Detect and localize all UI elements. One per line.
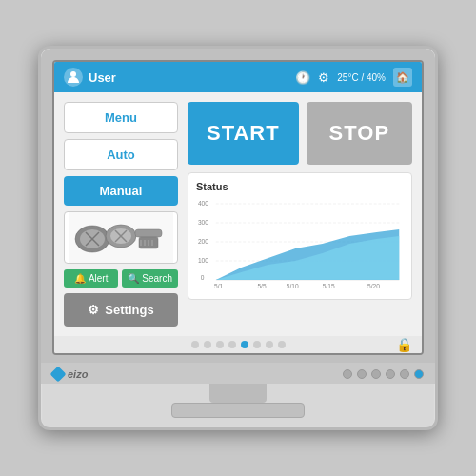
svg-marker-27: [216, 236, 399, 280]
search-icon: 🔍: [128, 273, 139, 284]
header-right-section: 🕐 ⚙ 25°C / 40% 🏠: [295, 68, 412, 87]
ctrl-btn-2[interactable]: [357, 369, 367, 379]
ctrl-btn-5[interactable]: [400, 369, 409, 379]
eizo-logo: eizo: [52, 368, 88, 380]
clock-icon: 🕐: [295, 70, 310, 85]
svg-text:5/10: 5/10: [287, 283, 299, 289]
lock-icon[interactable]: 🔒: [396, 337, 412, 352]
logo-diamond: [50, 367, 67, 383]
dot-4[interactable]: [228, 341, 236, 348]
svg-text:5/1: 5/1: [214, 283, 223, 289]
gear-icon: ⚙: [88, 303, 99, 317]
alert-icon: 🔔: [74, 273, 86, 284]
temp-display: 25°C / 40%: [337, 72, 386, 83]
chart-area: 400 300 200 100 0: [196, 196, 404, 291]
dot-7[interactable]: [266, 341, 273, 348]
control-buttons: START STOP: [188, 102, 412, 165]
svg-text:0: 0: [201, 274, 205, 281]
monitor-bottom: eizo: [41, 363, 435, 418]
alert-label: Alert: [89, 273, 109, 284]
settings-button[interactable]: ⚙ Settings: [64, 293, 178, 327]
svg-text:300: 300: [198, 219, 208, 226]
screen-bezel: User 🕐 ⚙ 25°C / 40% 🏠 Menu Auto Manual: [41, 49, 435, 363]
dot-8[interactable]: [278, 341, 286, 348]
manual-button[interactable]: Manual: [64, 176, 178, 206]
dot-1[interactable]: [191, 341, 199, 348]
pagination-dots: [191, 341, 286, 348]
chart-svg: 400 300 200 100 0: [196, 196, 404, 291]
svg-text:400: 400: [198, 200, 208, 207]
alert-button[interactable]: 🔔 Alert: [64, 269, 118, 288]
right-panel: START STOP Status 400 300 200 100: [188, 102, 412, 327]
monitor: User 🕐 ⚙ 25°C / 40% 🏠 Menu Auto Manual: [38, 46, 438, 430]
svg-text:5/15: 5/15: [323, 283, 335, 289]
chart-title: Status: [196, 181, 404, 192]
status-chart: Status 400 300 200 100 0: [188, 172, 412, 300]
header-bar: User 🕐 ⚙ 25°C / 40% 🏠: [54, 62, 422, 92]
monitor-controls: [343, 369, 424, 379]
search-button[interactable]: 🔍 Search: [122, 269, 178, 288]
user-label: User: [89, 70, 116, 85]
ctrl-btn-3[interactable]: [371, 369, 381, 379]
svg-rect-10: [135, 229, 162, 237]
bottom-bar: 🔒: [54, 336, 422, 353]
screws-svg: [69, 212, 173, 263]
header-user-section: User: [64, 68, 116, 87]
settings-label: Settings: [105, 303, 153, 317]
bezel-bottom: eizo: [41, 363, 435, 384]
settings-icon: ⚙: [318, 70, 329, 85]
start-button[interactable]: START: [188, 102, 299, 165]
menu-button[interactable]: Menu: [64, 102, 178, 133]
main-content: Menu Auto Manual: [54, 92, 422, 336]
logo-text: eizo: [68, 368, 88, 380]
screen: User 🕐 ⚙ 25°C / 40% 🏠 Menu Auto Manual: [52, 60, 424, 355]
auto-button[interactable]: Auto: [64, 139, 178, 170]
user-icon: [64, 68, 83, 87]
ctrl-btn-1[interactable]: [343, 369, 352, 379]
dot-5-active[interactable]: [241, 341, 248, 348]
svg-text:5/20: 5/20: [367, 283, 380, 289]
dot-3[interactable]: [216, 341, 224, 348]
stand-base: [171, 403, 305, 418]
svg-text:200: 200: [198, 238, 208, 245]
svg-text:5/5: 5/5: [257, 283, 266, 289]
action-buttons: 🔔 Alert 🔍 Search: [64, 269, 178, 288]
ctrl-btn-4[interactable]: [386, 369, 395, 379]
product-image: [64, 211, 178, 264]
stop-button[interactable]: STOP: [307, 102, 412, 165]
ctrl-btn-power[interactable]: [414, 369, 424, 379]
dot-6[interactable]: [253, 341, 261, 348]
left-panel: Menu Auto Manual: [64, 102, 178, 327]
home-button[interactable]: 🏠: [393, 68, 412, 87]
svg-point-0: [70, 71, 76, 77]
svg-text:100: 100: [198, 257, 208, 264]
search-label: Search: [142, 273, 172, 284]
dot-2[interactable]: [204, 341, 211, 348]
stand-neck: [209, 384, 267, 403]
